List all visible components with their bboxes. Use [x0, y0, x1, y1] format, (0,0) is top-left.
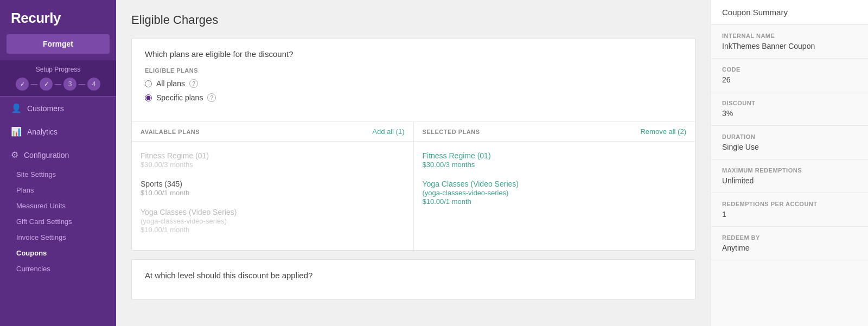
- discount-value: 3%: [722, 109, 857, 118]
- selected-plans-title: SELECTED PLANS: [423, 129, 480, 135]
- selected-plan-yoga[interactable]: Yoga Classes (Video Series) (yoga-classe…: [414, 174, 695, 211]
- setup-progress: Setup Progress ✓ — ✓ — 3 — 4: [0, 60, 116, 96]
- available-plans-title: AVAILABLE PLANS: [141, 129, 200, 135]
- sidebar-item-configuration-label: Configuration: [24, 151, 69, 159]
- sidebar-item-gift-card-settings[interactable]: Gift Card Settings: [0, 214, 116, 229]
- right-panel: Coupon Summary INTERNAL NAME InkThemes B…: [711, 0, 868, 326]
- main-content: Eligible Charges Which plans are eligibl…: [116, 0, 711, 326]
- selected-plans-list: Fitness Regime (01) $30.00/3 months Yoga…: [414, 142, 695, 250]
- sidebar-item-analytics-label: Analytics: [27, 127, 58, 136]
- plan-name: Fitness Regime (01): [423, 151, 687, 160]
- all-plans-help-icon[interactable]: ?: [189, 79, 198, 88]
- step-2: ✓: [40, 78, 53, 91]
- plan-name: Sports (345): [141, 180, 405, 188]
- plan-price: $10.00/1 month: [423, 197, 687, 206]
- step-4: 4: [87, 78, 100, 91]
- plan-price: $30.00/3 months: [141, 161, 405, 169]
- customers-icon: 👤: [11, 103, 22, 113]
- redemptions-per-account-label: REDEMPTIONS PER ACCOUNT: [722, 201, 857, 207]
- discount-section: DISCOUNT 3%: [711, 92, 868, 126]
- internal-name-section: INTERNAL NAME InkThemes Banner Coupon: [711, 25, 868, 59]
- all-plans-radio[interactable]: [145, 80, 152, 87]
- sidebar-item-measured-units[interactable]: Measured Units: [0, 198, 116, 214]
- configuration-icon: ⚙: [11, 150, 18, 160]
- redeem-by-value: Anytime: [722, 244, 857, 252]
- available-plans-list: Fitness Regime (01) $30.00/3 months Spor…: [132, 142, 413, 250]
- redeem-by-section: REDEEM BY Anytime: [711, 227, 868, 260]
- internal-name-label: INTERNAL NAME: [722, 33, 857, 39]
- specific-plans-radio[interactable]: [145, 94, 152, 101]
- duration-value: Single Use: [722, 143, 857, 151]
- sidebar-item-coupons[interactable]: Coupons: [0, 245, 116, 261]
- selected-plans-panel: SELECTED PLANS Remove all (2) Fitness Re…: [414, 122, 695, 250]
- duration-section: DURATION Single Use: [711, 126, 868, 159]
- sidebar-item-site-settings[interactable]: Site Settings: [0, 167, 116, 182]
- sidebar-item-invoice-settings[interactable]: Invoice Settings: [0, 229, 116, 245]
- active-user-button[interactable]: Formget: [7, 34, 110, 54]
- redemptions-per-account-section: REDEMPTIONS PER ACCOUNT 1: [711, 193, 868, 227]
- max-redemptions-value: Unlimited: [722, 176, 857, 185]
- redeem-by-label: REDEEM BY: [722, 234, 857, 241]
- all-plans-radio-row[interactable]: All plans ?: [145, 79, 682, 88]
- specific-plans-radio-row[interactable]: Specific plans ?: [145, 93, 682, 102]
- plan-name: Yoga Classes (Video Series): [141, 208, 405, 216]
- redemptions-per-account-value: 1: [722, 210, 857, 219]
- sidebar-item-analytics[interactable]: 📊 Analytics: [0, 120, 116, 143]
- at-level-card: At which level should this discount be a…: [131, 259, 695, 300]
- available-plan-yoga[interactable]: Yoga Classes (Video Series) (yoga-classe…: [132, 202, 413, 239]
- eligible-plans-radio-group: All plans ? Specific plans ?: [145, 79, 682, 102]
- specific-plans-label: Specific plans: [156, 93, 203, 102]
- plan-price: $10.00/1 month: [141, 226, 405, 234]
- plan-subname: (yoga-classes-video-series): [141, 217, 405, 225]
- discount-label: DISCOUNT: [722, 100, 857, 106]
- card-question: Which plans are eligible for the discoun…: [145, 49, 682, 59]
- plan-name: Yoga Classes (Video Series): [423, 180, 687, 188]
- available-plan-sports[interactable]: Sports (345) $10.00/1 month: [132, 174, 413, 202]
- sidebar-item-plans[interactable]: Plans: [0, 182, 116, 198]
- sidebar-item-customers[interactable]: 👤 Customers: [0, 97, 116, 120]
- at-level-question: At which level should this discount be a…: [145, 271, 682, 280]
- sidebar-item-customers-label: Customers: [27, 104, 64, 113]
- max-redemptions-label: MAXIMUM REDEMPTIONS: [722, 167, 857, 174]
- setup-progress-title: Setup Progress: [7, 66, 110, 73]
- plan-price: $30.00/3 months: [423, 161, 687, 169]
- specific-plans-help-icon[interactable]: ?: [207, 93, 216, 102]
- app-logo: Recurly: [0, 0, 116, 34]
- code-section: CODE 26: [711, 59, 868, 92]
- coupon-summary-header: Coupon Summary: [711, 0, 868, 25]
- all-plans-label: All plans: [156, 79, 185, 88]
- sidebar-nav: 👤 Customers 📊 Analytics ⚙ Configuration …: [0, 97, 116, 326]
- step-3: 3: [63, 78, 76, 91]
- sidebar: Recurly Formget Setup Progress ✓ — ✓ — 3…: [0, 0, 116, 326]
- selected-plan-fitness[interactable]: Fitness Regime (01) $30.00/3 months: [414, 146, 695, 174]
- plan-name: Fitness Regime (01): [141, 151, 405, 160]
- add-all-button[interactable]: Add all (1): [372, 127, 404, 136]
- max-redemptions-section: MAXIMUM REDEMPTIONS Unlimited: [711, 159, 868, 193]
- plan-price: $10.00/1 month: [141, 189, 405, 197]
- internal-name-value: InkThemes Banner Coupon: [722, 42, 857, 50]
- eligible-charges-card: Which plans are eligible for the discoun…: [131, 38, 695, 251]
- step-1: ✓: [16, 78, 29, 91]
- setup-steps: ✓ — ✓ — 3 — 4: [7, 78, 110, 91]
- available-plan-fitness[interactable]: Fitness Regime (01) $30.00/3 months: [132, 146, 413, 174]
- code-label: CODE: [722, 66, 857, 73]
- available-plans-panel: AVAILABLE PLANS Add all (1) Fitness Regi…: [132, 122, 414, 250]
- eligible-plans-label: ELIGIBLE PLANS: [145, 67, 682, 74]
- analytics-icon: 📊: [11, 126, 22, 137]
- sidebar-item-configuration[interactable]: ⚙ Configuration: [0, 143, 116, 167]
- page-title: Eligible Charges: [131, 13, 695, 27]
- code-value: 26: [722, 75, 857, 84]
- remove-all-button[interactable]: Remove all (2): [640, 127, 686, 136]
- plan-subname: (yoga-classes-video-series): [423, 189, 687, 197]
- duration-label: DURATION: [722, 133, 857, 140]
- sidebar-item-currencies[interactable]: Currencies: [0, 261, 116, 277]
- plans-row: AVAILABLE PLANS Add all (1) Fitness Regi…: [132, 122, 695, 250]
